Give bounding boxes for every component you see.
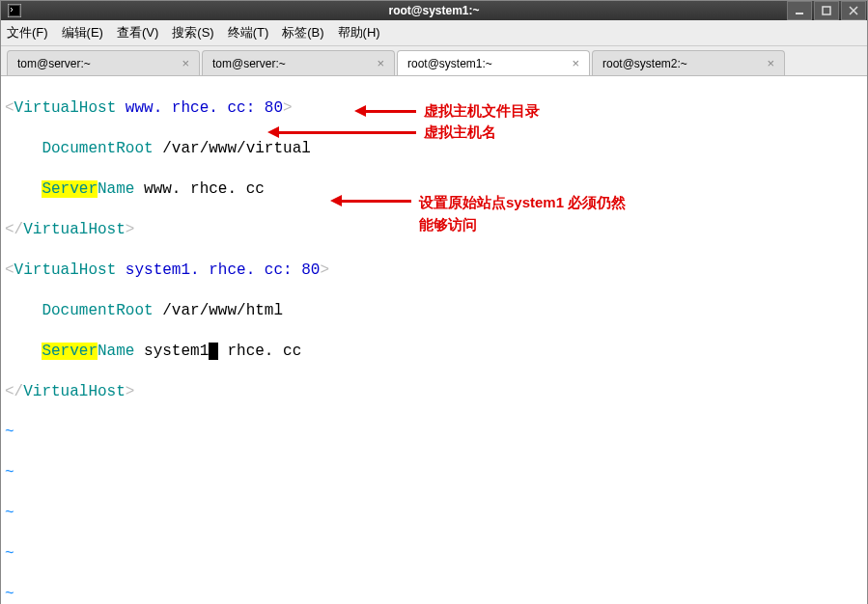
close-icon[interactable]: × [572,56,579,70]
menu-tabs[interactable]: 标签(B) [282,24,323,41]
window-title: root@system1:~ [388,4,479,17]
annotation-2: 虚拟主机名 [271,122,496,144]
annotation-1: 虚拟主机文件目录 [358,100,540,123]
vim-tilde: ~ [5,423,863,443]
terminal-window: root@system1:~ 文件(F) 编辑(E) 查看(V) 搜索(S) 终… [0,0,868,604]
menu-help[interactable]: 帮助(H) [338,24,380,41]
menu-search[interactable]: 搜索(S) [172,24,213,41]
arrow-icon [271,131,416,134]
editor-line: <VirtualHost system1. rhce. cc: 80> [5,261,863,281]
arrow-icon [334,200,411,203]
tab-label: root@system2:~ [602,57,759,70]
window-controls [786,1,867,20]
editor-line: ServerName system1. rhce. cc [5,342,863,362]
terminal-body[interactable]: <VirtualHost www. rhce. cc: 80> Document… [1,76,867,604]
menu-terminal[interactable]: 终端(T) [228,24,269,41]
tab-label: tom@server:~ [212,57,369,70]
maximize-button[interactable] [814,1,839,20]
close-icon[interactable]: × [377,56,384,70]
terminal-icon [7,3,22,18]
tab-2[interactable]: tom@server:~ × [202,50,395,75]
svg-rect-3 [823,7,830,14]
menu-edit[interactable]: 编辑(E) [62,24,103,41]
minimize-button[interactable] [787,1,812,20]
text-cursor: . [209,343,218,360]
arrow-icon [358,110,416,113]
vim-tilde: ~ [5,585,863,604]
editor-line: DocumentRoot /var/www/html [5,301,863,321]
vim-tilde: ~ [5,504,863,524]
tab-4[interactable]: root@system2:~ × [592,50,785,75]
menu-view[interactable]: 查看(V) [117,24,158,41]
tab-label: tom@server:~ [17,57,174,70]
vim-tilde: ~ [5,463,863,483]
titlebar[interactable]: root@system1:~ [1,1,867,20]
tab-1[interactable]: tom@server:~ × [7,50,200,75]
menu-file[interactable]: 文件(F) [7,24,48,41]
close-icon[interactable]: × [182,56,189,70]
tab-3[interactable]: root@system1:~ × [397,50,590,75]
editor-line: </VirtualHost> [5,382,863,402]
tab-label: root@system1:~ [407,57,564,70]
tabbar: tom@server:~ × tom@server:~ × root@syste… [1,46,867,76]
annotation-3: 设置原始站点system1 必须仍然 能够访问 [334,192,626,235]
close-icon[interactable]: × [767,56,774,70]
menubar: 文件(F) 编辑(E) 查看(V) 搜索(S) 终端(T) 标签(B) 帮助(H… [1,20,867,46]
vim-tilde: ~ [5,544,863,564]
close-button[interactable] [841,1,866,20]
